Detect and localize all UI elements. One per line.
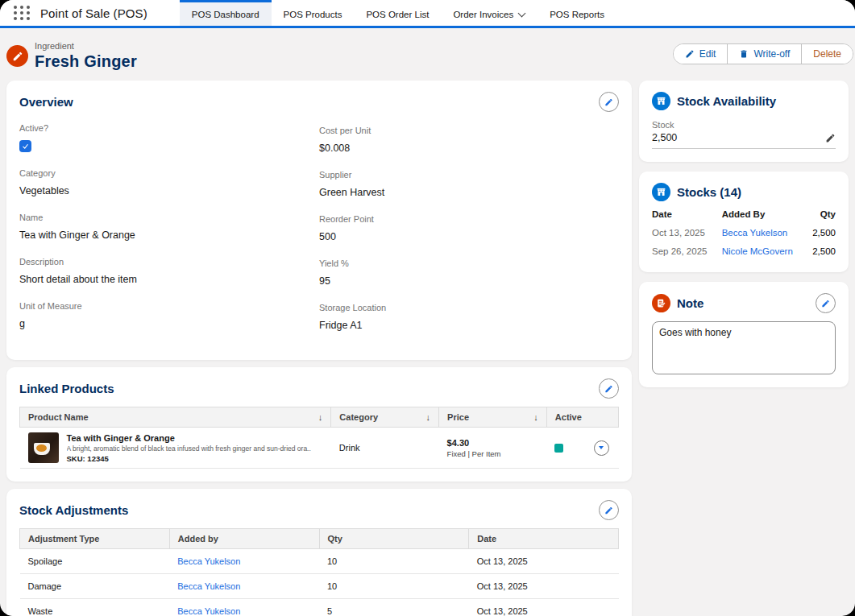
- stock-value: 2,500: [652, 132, 677, 143]
- linked-products-title: Linked Products: [19, 382, 114, 395]
- edit-stock-icon[interactable]: [825, 133, 836, 143]
- stock-adjustments-title: Stock Adjustments: [19, 503, 128, 517]
- col-adjustment-type[interactable]: Adjustment Type: [20, 529, 170, 549]
- field-description: Description Short detail about the item: [19, 257, 319, 285]
- adjustment-row: Damage Becca Yukelson 10 Oct 13, 2025: [20, 574, 619, 599]
- added-by-link[interactable]: Becca Yukelson: [177, 556, 240, 566]
- stock-adjustments-edit-button[interactable]: [599, 500, 619, 520]
- store-icon: [652, 183, 670, 201]
- added-by-link[interactable]: Becca Yukelson: [177, 581, 240, 591]
- product-price: $4.30: [447, 438, 539, 448]
- stock-adjustments-table: Adjustment Type Added by Qty Date Spoila…: [19, 528, 619, 616]
- col-price[interactable]: Price↓: [439, 407, 547, 428]
- field-supplier: Supplier Green Harvest: [319, 170, 619, 198]
- app-title: Point of Sale (POS): [40, 6, 147, 20]
- col-product-name[interactable]: Product Name↓: [20, 407, 331, 428]
- stock-adjustments-card: Stock Adjustments Adjustment Type Added …: [6, 489, 632, 616]
- linked-products-table: Product Name↓ Category↓ Price↓ Active: [19, 407, 619, 469]
- product-thumbnail: [28, 432, 59, 463]
- page-title: Fresh Ginger: [35, 52, 137, 71]
- linked-products-edit-button[interactable]: [599, 378, 619, 399]
- record-header: Ingredient Fresh Ginger Edit Write-off D…: [0, 28, 855, 81]
- field-yield: Yield % 95: [319, 258, 619, 287]
- note-edit-button[interactable]: [816, 293, 836, 313]
- tab-pos-products[interactable]: POS Products: [272, 0, 355, 26]
- stocks-card: Stocks (14) Date Added By Qty Oct 13, 20…: [639, 172, 849, 272]
- pencil-icon: [821, 299, 830, 308]
- field-category: Category Vegetables: [19, 168, 319, 196]
- pencil-icon: [604, 506, 613, 515]
- stock-field: Stock 2,500: [652, 120, 836, 149]
- edit-button[interactable]: Edit: [674, 44, 728, 64]
- record-actions: Edit Write-off Delete: [673, 43, 853, 64]
- field-unit-of-measure: Unit of Measure g: [19, 301, 319, 329]
- store-icon: [652, 92, 670, 110]
- stock-row: Sep 26, 2025 Nicole McGovern 2,500: [652, 241, 836, 259]
- tab-pos-reports[interactable]: POS Reports: [537, 0, 616, 26]
- pencil-icon: [685, 49, 695, 59]
- note-title: Note: [677, 296, 704, 310]
- col-added-by[interactable]: Added by: [169, 529, 319, 549]
- chevron-down-icon[interactable]: [518, 9, 525, 16]
- field-name: Name Tea with Ginger & Orange: [19, 213, 319, 241]
- field-cost-per-unit: Cost per Unit $0.008: [319, 126, 619, 154]
- product-category: Drink: [331, 428, 439, 469]
- field-active: Active?: [19, 123, 319, 152]
- record-entity-type: Ingredient: [35, 41, 137, 51]
- active-checkbox[interactable]: [19, 140, 31, 152]
- col-date: Date: [652, 206, 722, 222]
- added-by-link[interactable]: Nicole McGovern: [722, 246, 793, 256]
- field-storage-location: Storage Location Fridge A1: [319, 303, 619, 331]
- field-reorder-point: Reorder Point 500: [319, 214, 619, 242]
- pencil-icon: [604, 384, 613, 394]
- app-launcher-icon[interactable]: [13, 4, 31, 22]
- stock-availability-card: Stock Availability Stock 2,500: [639, 81, 849, 162]
- tab-pos-dashboard[interactable]: POS Dashboard: [180, 0, 272, 26]
- col-active[interactable]: Active: [546, 407, 618, 428]
- stocks-title: Stocks (14): [677, 185, 741, 199]
- tab-order-invoices[interactable]: Order Invoices: [441, 0, 537, 26]
- write-off-button[interactable]: Write-off: [728, 44, 802, 64]
- product-price-detail: Fixed | Per Item: [447, 449, 539, 458]
- note-icon: [652, 294, 670, 312]
- sort-icon[interactable]: ↓: [533, 412, 538, 422]
- added-by-link[interactable]: Becca Yukelson: [722, 228, 788, 238]
- overview-title: Overview: [19, 95, 73, 109]
- note-textarea[interactable]: Goes with honey: [652, 321, 836, 374]
- sort-icon[interactable]: ↓: [426, 412, 431, 422]
- stock-row: Oct 13, 2025 Becca Yukelson 2,500: [652, 222, 836, 241]
- product-description: A bright, aromatic blend of black tea in…: [67, 444, 311, 453]
- top-nav: Point of Sale (POS) POS Dashboard POS Pr…: [0, 0, 855, 28]
- pencil-icon: [604, 97, 613, 107]
- col-added-by: Added By: [722, 206, 799, 222]
- overview-card: Overview Active? Categ: [6, 81, 632, 360]
- active-indicator: [554, 444, 563, 453]
- delete-button[interactable]: Delete: [802, 44, 853, 64]
- product-sku: SKU: 12345: [67, 454, 311, 463]
- ingredient-record-icon: [6, 45, 28, 67]
- stocks-table: Date Added By Qty Oct 13, 2025 Becca Yuk…: [652, 206, 836, 259]
- linked-products-card: Linked Products Product Name↓ Category↓ …: [6, 367, 632, 482]
- tab-pos-order-list[interactable]: POS Order List: [354, 0, 441, 26]
- note-card: Note Goes with honey: [639, 282, 849, 387]
- row-actions-button[interactable]: [594, 440, 609, 456]
- col-qty: Qty: [799, 206, 836, 222]
- col-date[interactable]: Date: [469, 529, 619, 549]
- app-window: Point of Sale (POS) POS Dashboard POS Pr…: [0, 0, 855, 616]
- nav-tabs: POS Dashboard POS Products POS Order Lis…: [180, 0, 616, 26]
- product-name: Tea with Ginger & Orange: [67, 433, 311, 443]
- linked-product-row: Tea with Ginger & Orange A bright, aroma…: [20, 428, 619, 469]
- added-by-link[interactable]: Becca Yukelson: [177, 606, 240, 616]
- col-category[interactable]: Category↓: [331, 407, 439, 428]
- adjustment-row: Waste Becca Yukelson 5 Oct 13, 2025: [20, 599, 619, 616]
- col-qty[interactable]: Qty: [319, 529, 469, 549]
- stock-availability-title: Stock Availability: [677, 94, 776, 108]
- trash-icon: [739, 49, 749, 59]
- adjustment-row: Spoilage Becca Yukelson 10 Oct 13, 2025: [20, 549, 619, 574]
- sort-icon[interactable]: ↓: [318, 412, 323, 422]
- overview-edit-button[interactable]: [599, 92, 619, 112]
